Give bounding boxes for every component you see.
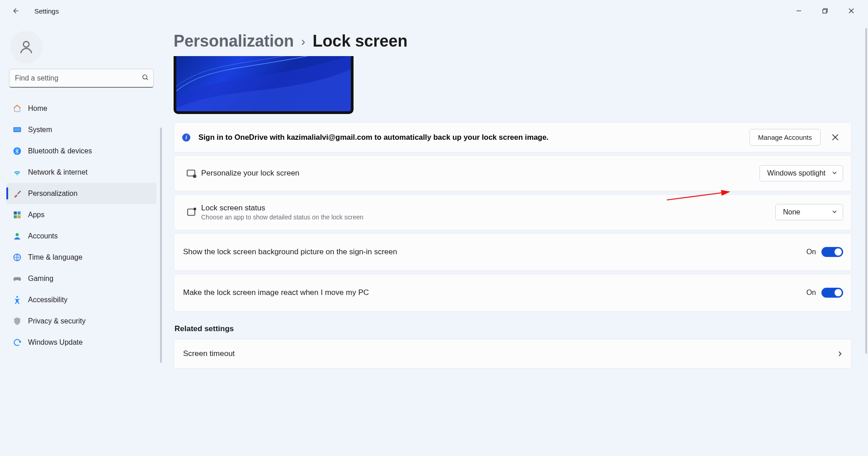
svg-point-5 — [143, 75, 147, 79]
toggle-label: On — [807, 289, 816, 297]
nav-network[interactable]: Network & internet — [6, 162, 156, 183]
nav-accessibility[interactable]: Accessibility — [6, 289, 156, 310]
svg-rect-10 — [14, 211, 17, 214]
onedrive-banner: i Sign in to OneDrive with kazimalialvi@… — [174, 122, 852, 152]
search-input[interactable] — [9, 69, 154, 88]
personalize-title: Personalize your lock screen — [201, 169, 299, 178]
nav-privacy[interactable]: Privacy & security — [6, 310, 156, 332]
svg-point-14 — [16, 233, 19, 236]
nav-apps[interactable]: Apps — [6, 204, 156, 225]
sidebar: Home System Bluetooth & devices Network … — [0, 22, 163, 456]
accessibility-icon — [13, 295, 28, 304]
chevron-down-icon — [832, 208, 837, 216]
personalize-row[interactable]: Personalize your lock screen Windows spo… — [174, 155, 852, 191]
paintbrush-icon — [13, 189, 28, 198]
titlebar: Settings — [0, 0, 868, 22]
personalize-value: Windows spotlight — [767, 169, 826, 177]
status-app-icon — [182, 207, 201, 218]
close-window-button[interactable] — [838, 2, 864, 20]
back-arrow-icon — [11, 7, 19, 15]
chevron-down-icon — [832, 169, 837, 177]
related-settings-heading: Related settings — [175, 324, 852, 333]
nav-label: Network & internet — [28, 168, 88, 176]
status-dropdown[interactable]: None — [775, 204, 843, 220]
bluetooth-icon — [13, 147, 28, 156]
home-icon — [13, 104, 28, 113]
screen-timeout-row[interactable]: Screen timeout — [174, 339, 852, 369]
signin-bg-toggle[interactable] — [821, 247, 843, 257]
banner-message: Sign in to OneDrive with kazimalialvi@gm… — [198, 133, 548, 142]
apps-icon — [13, 210, 28, 219]
system-icon — [13, 125, 28, 134]
info-icon: i — [182, 133, 190, 142]
minimize-icon — [796, 8, 802, 14]
nav-label: Personalization — [28, 190, 77, 198]
minimize-button[interactable] — [786, 2, 812, 20]
nav-label: Bluetooth & devices — [28, 147, 92, 155]
status-row[interactable]: Lock screen status Choose an app to show… — [174, 194, 852, 230]
picture-lock-icon — [182, 168, 201, 179]
breadcrumb-parent[interactable]: Personalization — [174, 32, 294, 51]
nav-accounts[interactable]: Accounts — [6, 225, 156, 247]
maximize-button[interactable] — [812, 2, 838, 20]
nav-label: Accessibility — [28, 296, 67, 304]
user-avatar[interactable] — [10, 31, 42, 63]
screen-timeout-title: Screen timeout — [183, 349, 235, 358]
svg-line-6 — [146, 78, 148, 80]
toggle-label: On — [807, 248, 816, 256]
svg-rect-13 — [18, 215, 21, 218]
window-controls — [786, 2, 864, 20]
person-circle-icon — [13, 232, 28, 241]
dismiss-banner-button[interactable] — [827, 129, 843, 146]
main-scrollbar[interactable] — [865, 28, 867, 354]
gamepad-icon — [13, 274, 28, 283]
svg-rect-22 — [188, 209, 195, 215]
lockscreen-preview — [174, 56, 354, 114]
nav-bluetooth[interactable]: Bluetooth & devices — [6, 140, 156, 162]
nav-personalization[interactable]: Personalization — [6, 183, 156, 204]
nav-label: Home — [28, 104, 47, 113]
nav-label: System — [28, 126, 52, 134]
breadcrumb: Personalization › Lock screen — [174, 32, 852, 51]
svg-rect-12 — [14, 215, 17, 218]
nav-home[interactable]: Home — [6, 98, 156, 119]
nav-gaming[interactable]: Gaming — [6, 268, 156, 289]
svg-point-23 — [194, 208, 196, 210]
search-icon[interactable] — [142, 74, 149, 83]
status-title: Lock screen status — [201, 204, 363, 213]
close-icon — [832, 134, 839, 141]
motion-row: Make the lock screen image react when I … — [174, 274, 852, 312]
main-content: Personalization › Lock screen i Sign in … — [163, 22, 868, 456]
person-icon — [18, 39, 34, 55]
wifi-icon — [13, 168, 28, 177]
svg-rect-8 — [14, 128, 20, 131]
svg-point-16 — [16, 296, 18, 298]
nav-label: Time & language — [28, 253, 82, 261]
nav-windows-update[interactable]: Windows Update — [6, 332, 156, 353]
close-icon — [849, 8, 854, 14]
nav-label: Windows Update — [28, 338, 83, 347]
status-value: None — [783, 208, 800, 216]
nav-label: Privacy & security — [28, 317, 85, 325]
motion-title: Make the lock screen image react when I … — [183, 288, 369, 297]
svg-point-4 — [24, 42, 29, 48]
back-button[interactable] — [7, 3, 24, 19]
status-subtitle: Choose an app to show detailed status on… — [201, 214, 363, 221]
shield-icon — [13, 317, 28, 326]
nav-label: Gaming — [28, 275, 53, 283]
svg-rect-1 — [823, 10, 826, 13]
sidebar-scrollbar[interactable] — [160, 128, 162, 363]
manage-accounts-button[interactable]: Manage Accounts — [750, 129, 821, 146]
app-title: Settings — [34, 7, 59, 15]
update-icon — [13, 338, 28, 347]
nav-system[interactable]: System — [6, 119, 156, 140]
chevron-right-icon — [830, 351, 843, 357]
nav: Home System Bluetooth & devices Network … — [3, 98, 160, 353]
personalize-dropdown[interactable]: Windows spotlight — [760, 165, 843, 181]
page-title: Lock screen — [312, 32, 407, 51]
maximize-icon — [822, 8, 828, 14]
svg-rect-11 — [18, 211, 21, 214]
motion-toggle[interactable] — [821, 288, 843, 298]
nav-label: Accounts — [28, 232, 58, 240]
nav-time-language[interactable]: Time & language — [6, 247, 156, 268]
